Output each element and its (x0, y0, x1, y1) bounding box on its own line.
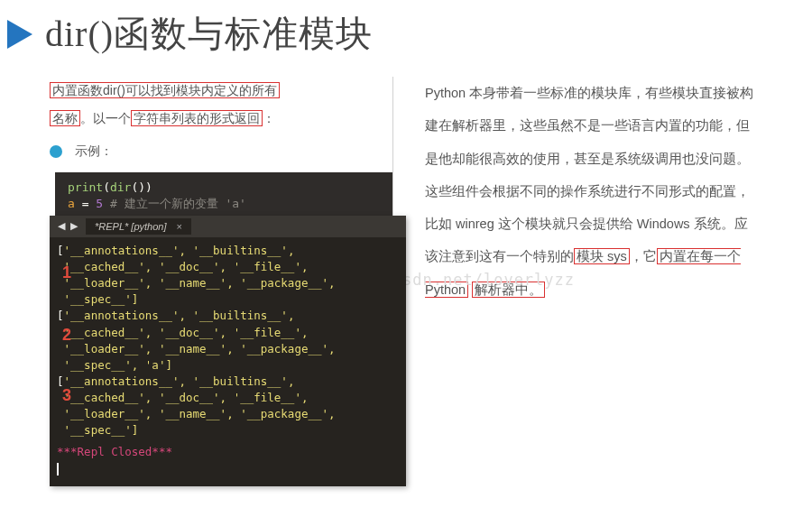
repl-line: '__spec__'] (57, 422, 399, 439)
repl-tab[interactable]: *REPL* [python] × (86, 218, 191, 235)
example-label: 示例： (75, 143, 113, 160)
example-label-row: 示例： (50, 143, 379, 160)
repl-line: '__cached__', '__doc__', '__file__', (57, 259, 399, 275)
token-dir: dir (110, 180, 131, 194)
code-line: a = 5 # 建立一个新的变量 'a' (68, 196, 380, 212)
definition-text: 内置函数dir()可以找到模块内定义的所有 名称。以一个字符串列表的形式返回： (50, 77, 379, 133)
repl-closed-line: ***Repl Closed*** (57, 444, 399, 460)
repl-line: '__cached__', '__doc__', '__file__', (57, 325, 399, 341)
repl-tabbar: ◀ ▶ *REPL* [python] × (50, 216, 406, 237)
annotation-number: 2 (62, 323, 71, 346)
repl-window: ◀ ▶ *REPL* [python] × 1 2 3 ['__annotati… (50, 216, 406, 486)
cursor-icon (57, 463, 59, 475)
token-var: a (68, 197, 75, 210)
token-paren: ( (103, 180, 110, 194)
triangle-bullet-icon (7, 20, 32, 49)
repl-line: ['__annotations__', '__builtins__', (57, 308, 399, 324)
definition-mid: 。以一个 (80, 111, 131, 125)
tab-label: *REPL* [python] (95, 221, 167, 232)
definition-tail: ： (263, 111, 275, 125)
circle-bullet-icon (50, 145, 62, 158)
editor-snippet: print(dir()) a = 5 # 建立一个新的变量 'a' (55, 172, 392, 216)
close-icon[interactable]: × (177, 221, 182, 232)
content-row: 内置函数dir()可以找到模块内定义的所有 名称。以一个字符串列表的形式返回： … (0, 77, 812, 486)
highlight-box: 解析器中。 (472, 282, 545, 298)
repl-line: '__loader__', '__name__', '__package__', (57, 341, 399, 357)
highlight-box: 字符串列表的形式返回 (131, 110, 263, 126)
repl-line: '__spec__', 'a'] (57, 357, 399, 374)
highlight-box: 模块 sys (574, 248, 630, 264)
slide-header: dir()函数与标准模块 (0, 0, 812, 77)
right-column: Python 本身带着一些标准的模块库，有些模块直接被构建在解析器里，这些虽然不… (392, 77, 758, 486)
annotation-number: 3 (62, 383, 71, 407)
repl-cursor-line (57, 461, 399, 477)
repl-line: '__loader__', '__name__', '__package__', (57, 275, 399, 291)
highlight-box: 名称 (50, 110, 80, 126)
left-column: 内置函数dir()可以找到模块内定义的所有 名称。以一个字符串列表的形式返回： … (50, 77, 392, 486)
tab-prev-icon[interactable]: ◀ (58, 220, 65, 232)
repl-line: '__cached__', '__doc__', '__file__', (57, 390, 399, 406)
token-paren: ()) (131, 180, 152, 194)
tab-next-icon[interactable]: ▶ (70, 220, 78, 232)
repl-line: '__spec__'] (57, 291, 399, 308)
repl-line: ['__annotations__', '__builtins__', (57, 374, 399, 390)
annotation-number: 1 (62, 261, 71, 284)
highlight-box: 内置函数dir()可以找到模块内定义的所有 (50, 82, 280, 98)
token-eq: = (75, 197, 96, 210)
token-print: print (68, 180, 103, 194)
paragraph-text: ，它 (630, 249, 657, 263)
paragraph-text: Python 本身带着一些标准的模块库，有些模块直接被构建在解析器里，这些虽然不… (425, 86, 753, 263)
token-comment: # 建立一个新的变量 'a' (103, 197, 246, 210)
code-area: print(dir()) a = 5 # 建立一个新的变量 'a' ◀ ▶ *R… (50, 172, 392, 486)
token-num: 5 (96, 197, 103, 210)
repl-line: '__loader__', '__name__', '__package__', (57, 406, 399, 422)
repl-line: ['__annotations__', '__builtins__', (57, 243, 399, 259)
code-line: print(dir()) (68, 180, 380, 196)
slide-title: dir()函数与标准模块 (45, 9, 373, 59)
repl-output: 1 2 3 ['__annotations__', '__builtins__'… (50, 237, 406, 486)
